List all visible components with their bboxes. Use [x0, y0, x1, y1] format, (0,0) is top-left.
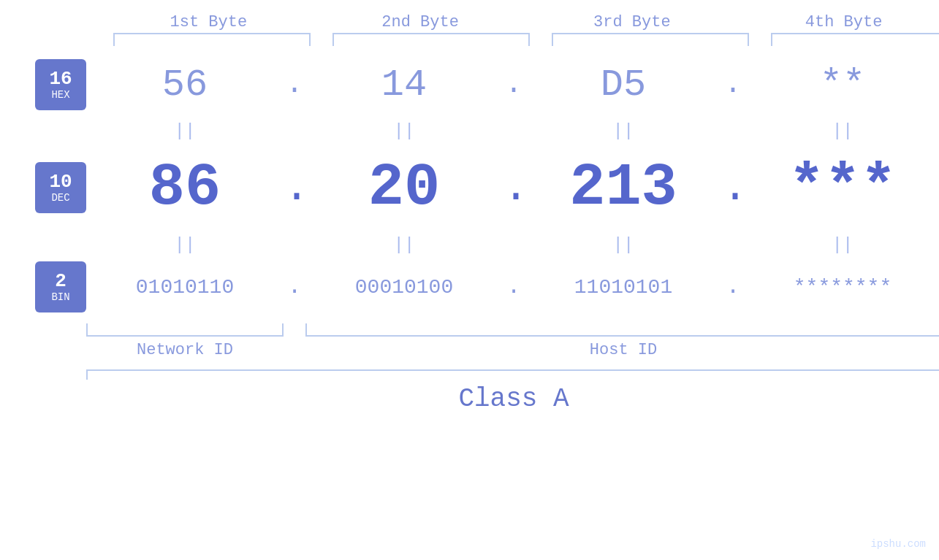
bracket-3	[552, 33, 749, 46]
watermark: ipshu.com	[870, 538, 926, 550]
dec-val-1: 86	[86, 154, 284, 222]
class-section: Class A	[86, 369, 939, 414]
bin-val-4: ********	[744, 276, 939, 299]
hex-row: 56 . 14 . D5 . **	[86, 52, 939, 118]
host-id-label: Host ID	[305, 341, 939, 359]
bin-dot-2: .	[503, 275, 525, 299]
byte-header-2: 2nd Byte	[325, 13, 516, 31]
dec-row: 86 . 20 . 213 . ***	[86, 144, 939, 231]
bin-val-1: 01010110	[86, 276, 284, 299]
eq2-4: ||	[744, 235, 939, 255]
network-bracket	[86, 323, 284, 337]
bin-badge: 2 BIN	[35, 261, 86, 312]
hex-dot-1: .	[284, 70, 305, 99]
bracket-4	[771, 33, 939, 46]
hex-dot-3: .	[722, 70, 744, 99]
dec-dot-3: .	[722, 166, 744, 210]
byte-header-1: 1st Byte	[113, 13, 304, 31]
bracket-2	[332, 33, 530, 46]
byte-headers: 1st Byte 2nd Byte 3rd Byte 4th Byte	[113, 13, 939, 31]
bin-dot-1: .	[284, 275, 305, 299]
bottom-labels: Network ID Host ID	[86, 341, 939, 359]
hex-val-3: D5	[525, 64, 722, 107]
dec-bin-equals: || || || ||	[86, 231, 939, 258]
eq-4: ||	[744, 121, 939, 141]
hex-val-1: 56	[86, 64, 284, 107]
eq-3: ||	[525, 121, 722, 141]
class-label: Class A	[86, 384, 939, 414]
dec-badge: 10 DEC	[35, 162, 86, 213]
eq2-3: ||	[525, 235, 722, 255]
dec-val-4: ***	[744, 154, 939, 222]
top-brackets	[113, 33, 939, 46]
byte-header-4: 4th Byte	[748, 13, 939, 31]
bottom-brackets	[86, 323, 939, 337]
eq2-1: ||	[86, 235, 284, 255]
eq2-2: ||	[305, 235, 503, 255]
network-id-label: Network ID	[86, 341, 284, 359]
bin-val-2: 00010100	[305, 276, 503, 299]
dec-dot-1: .	[284, 166, 305, 210]
dec-val-2: 20	[305, 154, 503, 222]
main-container: 1st Byte 2nd Byte 3rd Byte 4th Byte 16 H…	[0, 0, 939, 560]
host-bracket	[305, 323, 939, 337]
hex-val-2: 14	[305, 64, 503, 107]
eq-2: ||	[305, 121, 503, 141]
hex-val-4: **	[744, 64, 939, 107]
byte-header-3: 3rd Byte	[536, 13, 727, 31]
bin-dot-3: .	[722, 275, 744, 299]
dec-dot-2: .	[503, 166, 525, 210]
hex-dot-2: .	[503, 70, 525, 99]
bracket-1	[113, 33, 311, 46]
hex-dec-equals: || || || ||	[86, 118, 939, 144]
class-bracket	[86, 369, 939, 380]
eq-1: ||	[86, 121, 284, 141]
bin-val-3: 11010101	[525, 276, 722, 299]
hex-badge: 16 HEX	[35, 59, 86, 110]
dec-val-3: 213	[525, 154, 722, 222]
bin-row: 01010110 . 00010100 . 11010101 . *******…	[86, 258, 939, 316]
